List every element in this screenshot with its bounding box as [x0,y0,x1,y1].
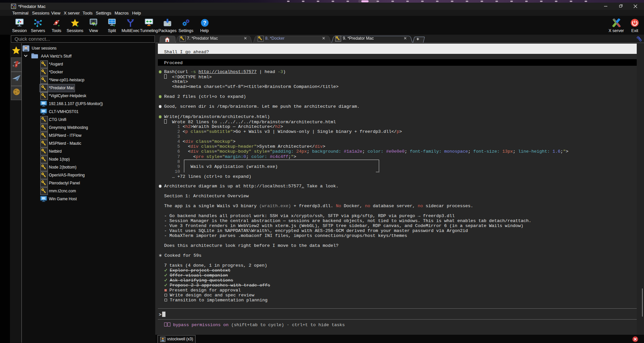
svg-text:?: ? [203,20,206,26]
